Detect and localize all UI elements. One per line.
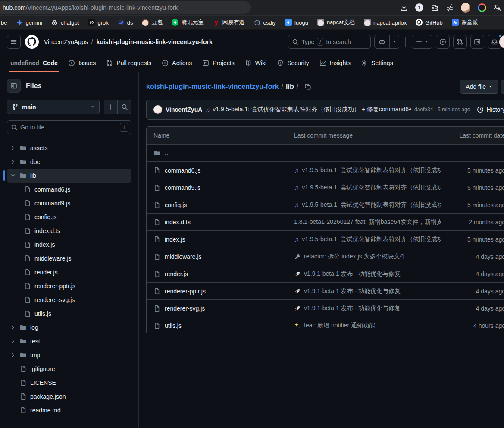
table-row[interactable]: middleware.jsrefactor: 拆分 index.js 为多个模块… xyxy=(147,248,504,265)
tree-item-tmp[interactable]: tmp xyxy=(7,348,131,362)
tree-item-renderer-pptr-js[interactable]: renderer-pptr.js xyxy=(7,279,131,293)
global-search-input[interactable]: Type / to search xyxy=(288,35,371,49)
bookmark-item[interactable]: ∅grok xyxy=(88,19,108,26)
bookmark-item[interactable]: GitHub xyxy=(416,19,442,26)
tab-wiki[interactable]: Wiki xyxy=(241,54,270,72)
table-row[interactable]: index.js♫v1.9.5-beta.1: 尝试优化智能制表符对齐（依旧没成… xyxy=(147,230,504,248)
file-name-link[interactable]: renderer-svg.js xyxy=(165,305,205,312)
bookmark-item[interactable]: luogu xyxy=(285,19,308,26)
file-name-link[interactable]: config.js xyxy=(165,201,187,208)
file-name-link[interactable]: index.d.ts xyxy=(165,219,191,226)
tab-code[interactable]: undefinedCode xyxy=(7,54,61,72)
table-row[interactable]: renderer-svg.jsv1.9.1-beta.1 发布 - 功能优化与修… xyxy=(147,299,504,317)
bookmark-item[interactable]: 腾讯元宝 xyxy=(172,19,203,26)
tree-item-render-js[interactable]: render.js xyxy=(7,265,131,279)
commit-author-avatar[interactable] xyxy=(153,105,162,114)
commit-message-link[interactable]: v1.9.5-beta.1: 尝试优化智能制表符对齐（依旧没成功… xyxy=(302,236,441,243)
colorful-ring-extension-icon[interactable] xyxy=(478,3,486,12)
file-name-link[interactable]: .. xyxy=(165,150,168,157)
tree-item-command9-js[interactable]: command9.js xyxy=(7,196,131,210)
tree-item-readme-md[interactable]: readme.md xyxy=(7,403,131,417)
tree-item-gitignore[interactable]: .gitignore xyxy=(7,362,131,376)
bookmark-item[interactable]: chatgpt xyxy=(51,19,79,26)
chevron-right-icon[interactable] xyxy=(9,338,16,345)
history-link[interactable]: History xyxy=(477,106,504,113)
tree-item-lib[interactable]: lib xyxy=(7,169,131,183)
commit-message-link[interactable]: v1.9.5-beta.1: 尝试优化智能制表符对齐（依旧没成功… xyxy=(302,184,441,192)
table-row[interactable]: .. xyxy=(147,144,504,161)
breadcrumb-repo-link[interactable]: koishi-plugin-music-link-vincentzyu-fork xyxy=(146,83,279,91)
tab-actions[interactable]: Actions xyxy=(158,54,195,72)
tree-item-renderer-svg-js[interactable]: renderer-svg.js xyxy=(7,293,131,307)
tab-projects[interactable]: Projects xyxy=(199,54,238,72)
chevron-right-icon[interactable] xyxy=(9,324,16,331)
bookmark-item[interactable]: Ai课堂派 xyxy=(452,19,478,26)
tree-item-index-js[interactable]: index.js xyxy=(7,238,131,252)
table-row[interactable]: index.d.ts1.8.1-beta1-20260127 feat: 新增b… xyxy=(147,213,504,230)
commit-message-link[interactable]: v1.9.1-beta.1 发布 - 功能优化与修复 xyxy=(304,305,401,312)
collapse-sidebar-button[interactable] xyxy=(7,79,21,93)
tree-item-assets[interactable]: assets xyxy=(7,141,131,155)
tree-item-config-js[interactable]: config.js xyxy=(7,210,131,224)
chevron-right-icon[interactable] xyxy=(9,352,16,359)
chevron-down-icon[interactable] xyxy=(9,172,16,179)
commit-message-link[interactable]: feat: 新增 notifier 通知功能 xyxy=(304,322,375,330)
table-row[interactable]: command6.js♫v1.9.5-beta.1: 尝试优化智能制表符对齐（依… xyxy=(147,161,504,179)
create-new-button[interactable] xyxy=(412,35,432,49)
search-files-button[interactable] xyxy=(118,100,131,114)
bookmark-item[interactable]: be xyxy=(1,19,7,26)
commit-author-name[interactable]: VincentZyuApps xyxy=(166,106,202,113)
repo-name-link[interactable]: koishi-plugin-music-link-vincentzyu-fork xyxy=(97,38,213,45)
table-row[interactable]: command9.js♫v1.9.5-beta.1: 尝试优化智能制表符对齐（依… xyxy=(147,179,504,196)
tree-item-package-json[interactable]: package.json xyxy=(7,390,131,403)
more-options-button[interactable] xyxy=(501,80,504,94)
chevron-right-icon[interactable] xyxy=(9,158,16,165)
file-name-link[interactable]: render.js xyxy=(165,271,188,277)
commit-message-link[interactable]: v1.9.5-beta.1: 尝试优化智能制表符对齐（依旧没成功… xyxy=(302,167,441,174)
tree-item-command6-js[interactable]: command6.js xyxy=(7,183,131,196)
tree-item-middleware-js[interactable]: middleware.js xyxy=(7,252,131,265)
new-file-button[interactable] xyxy=(104,100,118,114)
chevron-right-icon[interactable] xyxy=(9,145,16,151)
issues-header-button[interactable] xyxy=(436,35,450,49)
tree-item-utils-js[interactable]: utils.js xyxy=(7,307,131,321)
file-name-link[interactable]: renderer-pptr.js xyxy=(165,288,206,295)
github-logo-icon[interactable] xyxy=(25,35,39,49)
tree-item-log[interactable]: log xyxy=(7,321,131,334)
commit-hash-time[interactable]: daefe34 · 5 minutes ago xyxy=(414,107,470,113)
commit-message-link[interactable]: v1.9.1-beta.1 发布 - 功能优化与修复 xyxy=(304,287,401,295)
table-row[interactable]: utils.jsfeat: 新增 notifier 通知功能4 hours ag… xyxy=(147,317,504,334)
bookmark-item[interactable]: y网易有道 xyxy=(213,19,244,26)
file-name-link[interactable]: command9.js xyxy=(165,184,200,191)
table-row[interactable]: render.jsv1.9.1-beta.1 发布 - 功能优化与修复4 day… xyxy=(147,265,504,282)
copilot-button[interactable] xyxy=(375,35,389,48)
bookmark-item[interactable]: ds xyxy=(118,19,133,26)
lines-slash-extension-icon[interactable] xyxy=(446,4,454,12)
hamburger-menu-button[interactable] xyxy=(7,35,21,49)
download-icon[interactable] xyxy=(400,4,408,12)
copy-path-button[interactable] xyxy=(304,83,311,90)
tab-issues[interactable]: Issues xyxy=(65,54,99,72)
table-row[interactable]: config.js♫v1.9.5-beta.1: 尝试优化智能制表符对齐（依旧没… xyxy=(147,196,504,213)
tree-item-LICENSE[interactable]: LICENSE xyxy=(7,376,131,390)
pull-requests-header-button[interactable] xyxy=(453,35,467,49)
bookmark-item[interactable]: napcat文档 xyxy=(317,19,355,26)
tree-item-doc[interactable]: doc xyxy=(7,155,131,169)
notification-badge[interactable]: 1 xyxy=(415,3,423,12)
tab-pull-requests[interactable]: Pull requests xyxy=(103,54,155,72)
file-name-link[interactable]: utils.js xyxy=(165,322,182,329)
repo-owner-link[interactable]: VincentZyuApps xyxy=(44,38,88,45)
tab-settings[interactable]: Settings xyxy=(357,54,397,72)
commit-message[interactable]: ♫ v1.9.5-beta.1: 尝试优化智能制表符对齐（依旧没成功） + 修复… xyxy=(205,106,411,113)
bookmark-item[interactable]: gemini xyxy=(16,19,42,26)
url-bar[interactable]: hub.com/VincentZyuApps/koishi-plugin-mus… xyxy=(0,1,251,14)
commit-message-link[interactable]: v1.9.5-beta.1: 尝试优化智能制表符对齐（依旧没成功… xyxy=(302,201,441,209)
branch-selector[interactable]: main xyxy=(7,100,100,114)
bookmark-item[interactable]: csdiy xyxy=(254,19,276,26)
file-name-link[interactable]: middleware.js xyxy=(165,253,202,260)
bookmark-item[interactable]: 豆包 xyxy=(142,19,163,26)
go-to-file-input[interactable] xyxy=(7,120,131,134)
browser-profile-avatar[interactable] xyxy=(461,3,470,13)
tab-insights[interactable]: Insights xyxy=(316,54,354,72)
add-file-button[interactable]: Add file xyxy=(460,80,498,94)
